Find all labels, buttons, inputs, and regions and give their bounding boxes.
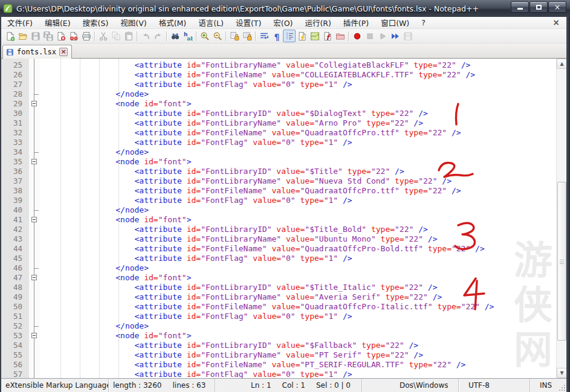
menu-bar: 文件(F)编辑(E)搜索(S)视图(V)格式(M)语言(L)设置(T)宏(O)运…: [1, 17, 566, 29]
resize-grip[interactable]: [558, 384, 566, 391]
zoom-out-button[interactable]: [211, 30, 224, 42]
menu-item[interactable]: 设置(T): [230, 16, 267, 30]
line-number: 48: [1, 283, 29, 292]
menu-item[interactable]: 文件(F): [1, 16, 39, 30]
app-icon: [3, 4, 13, 13]
menu-item[interactable]: 视图(V): [114, 16, 152, 30]
document-map-button[interactable]: [308, 30, 321, 42]
find-button[interactable]: [169, 30, 181, 42]
zoom-in-button[interactable]: [198, 30, 211, 42]
cut-button[interactable]: [97, 30, 109, 42]
code-text: <attribute id="FontLibraryID" value="$Ti…: [40, 167, 404, 176]
toolbar-separator: [196, 31, 196, 41]
macro-stop-button[interactable]: [363, 30, 376, 42]
close-button[interactable]: ×: [548, 1, 566, 13]
fold-line: [29, 138, 40, 147]
menu-item[interactable]: 插件(P): [337, 16, 375, 30]
redo-button[interactable]: [152, 30, 164, 42]
menu-item[interactable]: 语言(L): [192, 16, 230, 30]
sync-horizontal-scrolling-button[interactable]: [241, 30, 253, 42]
code-line: 44 <attribute id="FontFileName" value="Q…: [1, 244, 556, 254]
save-button[interactable]: [29, 30, 42, 42]
code-line: 53 <node id="font">: [1, 331, 556, 341]
fold-end-marker: [29, 263, 40, 273]
new-file-icon: [5, 31, 15, 41]
close-document-button[interactable]: ×: [551, 18, 562, 27]
define-language-button[interactable]: [296, 30, 308, 42]
code-line: 55 <attribute id="FontLibraryName" value…: [1, 350, 556, 360]
undo-button[interactable]: [139, 30, 152, 42]
status-insert-mode: INS: [530, 379, 560, 392]
fold-collapse-marker[interactable]: [29, 273, 40, 283]
code-text: <attribute id="FontFlag" value="0" type=…: [40, 254, 352, 263]
save-all-button[interactable]: [42, 30, 54, 42]
menu-item[interactable]: 运行(R): [299, 16, 337, 30]
paste-button[interactable]: [122, 30, 135, 42]
word-wrap-button[interactable]: [257, 30, 270, 42]
macro-playback-multiple-icon: [390, 31, 400, 41]
line-number: 35: [1, 157, 29, 167]
toolbar: hab¶f: [1, 29, 566, 43]
status-doc-type: eXtensible Markup Language file: [1, 379, 109, 392]
print-icon: [82, 31, 91, 41]
function-list-button[interactable]: f: [321, 30, 334, 42]
show-indent-guide-button[interactable]: [283, 30, 296, 42]
close-all-button[interactable]: [67, 30, 80, 42]
replace-button[interactable]: hab: [181, 30, 194, 42]
menu-item[interactable]: 搜索(S): [77, 16, 115, 30]
line-number: 30: [1, 109, 29, 118]
fold-collapse-marker[interactable]: [29, 215, 40, 225]
menu-item[interactable]: ?: [415, 17, 432, 28]
menu-item[interactable]: 窗口(W): [375, 16, 415, 30]
fold-line: [29, 302, 40, 312]
maximize-button[interactable]: [530, 1, 548, 13]
new-file-button[interactable]: [4, 30, 16, 42]
macro-play-button[interactable]: [376, 30, 389, 42]
line-number: 54: [1, 341, 29, 350]
scroll-up-button[interactable]: ▲: [557, 59, 566, 69]
code-text: <attribute id="FontFlag" value="0" type=…: [40, 196, 352, 205]
folder-as-workspace-button[interactable]: [334, 30, 346, 42]
line-number: 37: [1, 176, 29, 186]
copy-button[interactable]: [109, 30, 122, 42]
menu-item[interactable]: 编辑(E): [39, 16, 77, 30]
macro-save-button[interactable]: [401, 30, 414, 42]
code-line: 34 </node>: [1, 147, 556, 157]
open-file-button[interactable]: [16, 30, 29, 42]
fold-line: [29, 350, 40, 360]
fold-collapse-marker[interactable]: [29, 99, 40, 109]
code-line: 38 <attribute id="FontFileName" value="Q…: [1, 186, 556, 196]
fold-line: [29, 312, 40, 321]
fold-collapse-marker[interactable]: [29, 157, 40, 167]
code-line: 50 <attribute id="FontFileName" value="Q…: [1, 302, 556, 312]
tab-close-button[interactable]: ×: [59, 48, 68, 56]
line-number: 28: [1, 89, 29, 99]
print-button[interactable]: [80, 30, 92, 42]
tab-fonts-lsx[interactable]: fonts.lsx ×: [2, 45, 72, 59]
menu-item[interactable]: 格式(M): [153, 16, 193, 30]
code-editor[interactable]: 游侠网 25 <attribute id="FontLibraryName" v…: [1, 59, 566, 378]
show-all-characters-button[interactable]: ¶: [270, 30, 283, 42]
line-number: 55: [1, 350, 29, 360]
show-indent-guide-icon: [285, 31, 294, 41]
zoom-in-icon: [200, 31, 210, 41]
fold-line: [29, 60, 40, 70]
line-number: 46: [1, 263, 29, 273]
scrollbar-thumb[interactable]: [557, 182, 566, 341]
macro-playback-multiple-button[interactable]: [389, 30, 401, 42]
macro-record-button[interactable]: [351, 30, 363, 42]
menu-item[interactable]: 宏(O): [267, 16, 299, 30]
minimize-button[interactable]: [511, 1, 529, 13]
code-line: 54 <attribute id="FontLibraryID" value="…: [1, 341, 556, 350]
indent-guide: [118, 59, 119, 378]
tab-bar: fonts.lsx ×: [1, 43, 566, 59]
fold-end-marker: [29, 89, 40, 99]
toolbar-separator: [255, 31, 256, 41]
close-button[interactable]: [54, 30, 67, 42]
fold-collapse-marker[interactable]: [29, 331, 40, 341]
sync-vertical-scrolling-button[interactable]: [228, 30, 241, 42]
scroll-down-button[interactable]: ▼: [557, 368, 566, 378]
line-number: 29: [1, 99, 29, 109]
line-number: 40: [1, 205, 29, 215]
vertical-scrollbar[interactable]: ▲ ▼: [556, 59, 566, 378]
